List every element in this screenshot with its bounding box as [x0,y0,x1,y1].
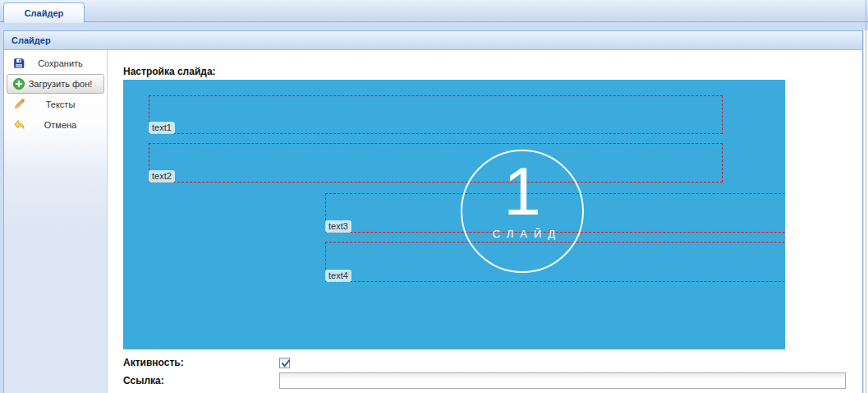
slide-form: Активность: Ссылка: [123,357,862,389]
panel-title: Слайдер [11,35,51,45]
add-icon [12,77,25,90]
link-row: Ссылка: [123,372,862,389]
cancel-button[interactable]: Отмена [7,115,104,135]
slide-number: 1 [461,159,584,224]
activity-label: Активность: [123,357,279,368]
save-icon [12,57,25,70]
panel-body: Сохранить Загрузить фон! [4,50,862,393]
activity-row: Активность: [123,357,862,368]
window-right-border [866,0,866,393]
load-background-button[interactable]: Загрузить фон! [7,74,104,94]
panel-header: Слайдер [4,31,862,50]
slide-settings-label: Настройка слайда: [123,66,862,77]
load-background-button-label: Загрузить фон! [25,79,103,89]
texts-button-label: Тексты [25,99,103,109]
tab-slider-label: Слайдер [25,8,64,18]
save-button[interactable]: Сохранить [7,53,104,73]
slide-preview: text1 text2 text3 text4 1 СЛАЙД [123,80,785,349]
tab-slider[interactable]: Слайдер [3,2,85,23]
slider-panel: Слайдер Сохранить [3,30,863,393]
tab-strip: Слайдер [0,0,868,22]
sidebar-toolbar: Сохранить Загрузить фон! [4,50,108,393]
slide-settings-area: Настройка слайда: text1 text2 text3 text… [108,50,862,393]
activity-checkbox[interactable] [279,358,290,368]
text-box-1-label: text1 [149,122,175,134]
slide-caption: СЛАЙД [454,228,594,240]
text-box-3-label: text3 [325,220,351,233]
text-box-4-label: text4 [325,270,351,282]
text-box-2[interactable]: text2 [149,143,723,183]
link-label: Ссылка: [123,375,279,386]
texts-button[interactable]: Тексты [7,95,104,114]
link-input[interactable] [279,372,846,389]
checkmark-icon [280,358,292,369]
pencil-icon [12,98,25,111]
text-box-2-label: text2 [149,170,175,183]
cancel-button-label: Отмена [25,120,103,130]
text-box-1[interactable]: text1 [149,95,723,134]
save-button-label: Сохранить [25,58,103,68]
undo-icon [12,118,25,132]
